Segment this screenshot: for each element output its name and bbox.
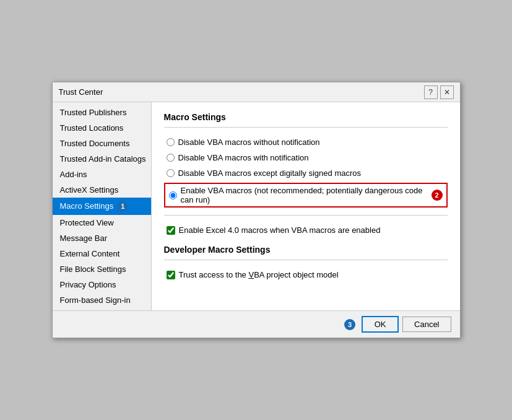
title-bar: Trust Center ? ✕	[53, 82, 460, 102]
trust-access-item[interactable]: Trust access to the VBA project object m…	[164, 269, 448, 281]
sidebar-item-protected-view[interactable]: Protected View	[53, 215, 151, 230]
sidebar-item-macro-settings[interactable]: Macro Settings1	[53, 198, 151, 215]
sidebar-item-file-block-settings[interactable]: File Block Settings	[53, 261, 151, 277]
sidebar-item-trusted-locations[interactable]: Trusted Locations	[53, 120, 151, 136]
trust-access-text: Trust access to the VBA project object m…	[179, 270, 339, 279]
ok-badge: 3	[344, 319, 355, 330]
trust-access-checkbox[interactable]	[167, 271, 175, 279]
ok-button[interactable]: OK	[362, 316, 399, 333]
radio-badge: 2	[432, 190, 443, 201]
macro-settings-title: Macro Settings	[164, 112, 448, 122]
sidebar-item-external-content[interactable]: External Content	[53, 246, 151, 261]
enable-excel-macros-item[interactable]: Enable Excel 4.0 macros when VBA macros …	[164, 224, 448, 236]
sidebar: Trusted PublishersTrusted LocationsTrust…	[53, 102, 152, 310]
enable-excel-macros-checkbox[interactable]	[167, 226, 175, 235]
radio-disable-notify[interactable]	[167, 154, 175, 162]
trust-center-dialog: Trust Center ? ✕ Trusted PublishersTrust…	[52, 82, 461, 338]
title-bar-controls: ? ✕	[424, 85, 454, 99]
radio-disable-signed[interactable]	[167, 169, 175, 177]
sidebar-item-form-based-sign-in[interactable]: Form-based Sign-in	[53, 292, 151, 308]
radio-label-4: Enable VBA macros (not recommended; pote…	[181, 186, 424, 204]
close-button[interactable]: ✕	[440, 85, 454, 99]
divider-middle	[164, 215, 448, 216]
divider-top	[164, 127, 448, 128]
divider-developer	[164, 260, 448, 260]
sidebar-item-activex-settings[interactable]: ActiveX Settings	[53, 182, 151, 198]
radio-option-4-wrapper: Enable VBA macros (not recommended; pote…	[164, 183, 448, 208]
sidebar-item-message-bar[interactable]: Message Bar	[53, 230, 151, 246]
radio-label-3: Disable VBA macros except digitally sign…	[178, 168, 362, 178]
radio-label-1: Disable VBA macros without notification	[178, 138, 320, 147]
sidebar-item-trusted-publishers[interactable]: Trusted Publishers	[53, 105, 151, 120]
trust-access-label: Trust access to the VBA project object m…	[179, 270, 339, 279]
radio-option-2[interactable]: Disable VBA macros with notification	[164, 152, 448, 164]
macro-radio-group: Disable VBA macros without notification …	[164, 136, 448, 208]
sidebar-item-add-ins[interactable]: Add-ins	[53, 167, 151, 182]
dialog-title: Trust Center	[59, 87, 103, 97]
main-content: Macro Settings Disable VBA macros withou…	[152, 102, 460, 310]
sidebar-item-trusted-add-in-catalogs[interactable]: Trusted Add-in Catalogs	[53, 151, 151, 167]
enable-excel-macros-label: Enable Excel 4.0 macros when VBA macros …	[179, 225, 381, 235]
dialog-body: Trusted PublishersTrusted LocationsTrust…	[53, 102, 460, 310]
sidebar-item-privacy-options[interactable]: Privacy Options	[53, 277, 151, 292]
radio-label-2: Disable VBA macros with notification	[178, 153, 309, 162]
radio-option-1[interactable]: Disable VBA macros without notification	[164, 136, 448, 148]
radio-enable-vba[interactable]	[169, 191, 177, 199]
cancel-button[interactable]: Cancel	[402, 317, 451, 332]
help-button[interactable]: ?	[424, 85, 438, 99]
sidebar-item-trusted-documents[interactable]: Trusted Documents	[53, 136, 151, 151]
developer-macro-settings-title: Developer Macro Settings	[164, 245, 448, 255]
sidebar-active-badge: 1	[117, 201, 128, 212]
radio-option-3[interactable]: Disable VBA macros except digitally sign…	[164, 167, 448, 179]
radio-disable-no-notify[interactable]	[167, 138, 175, 146]
dialog-footer: 3 OK Cancel	[53, 310, 460, 338]
